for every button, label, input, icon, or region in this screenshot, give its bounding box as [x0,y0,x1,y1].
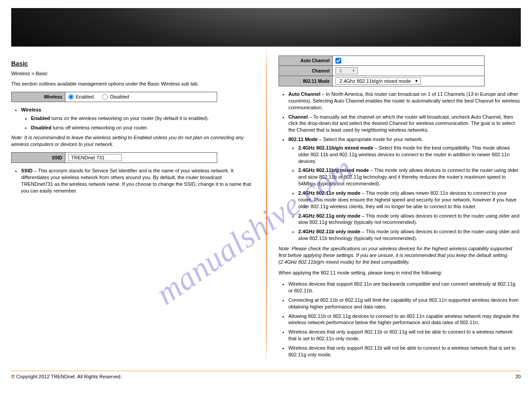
bullet-enabled-b: Enabled [31,116,51,121]
radio-disabled-text: Disabled [110,94,129,99]
mode-bullet-b: 802.11 Mode [288,137,317,142]
footer-page: 20 [515,374,521,379]
chevron-down-icon: ▼ [348,68,356,73]
radio-disabled-input[interactable] [102,94,108,100]
mode-opt-4-b: 2.4GHz 802.11b only mode [298,229,360,234]
footer-divider [11,371,521,371]
wireless-label-cell: Wireless [12,92,65,102]
left-column: Basic Basic Wireless > Basic This sectio… [11,47,266,362]
bullet-disabled-t: turns off wireless networking on your ro… [53,125,148,130]
ssid-bullet-b: SSID [21,168,33,173]
ssid-bullet: SSID – This acronym stands for Service S… [21,167,253,194]
mode-opt-2: 2.4GHz 802.11n only mode – This mode onl… [298,190,521,210]
channel-label: Channel [279,66,333,76]
channel-select[interactable]: 6▼ [335,67,358,74]
channel-bullets: Auto Channel – In North America, this ro… [288,91,521,242]
auto-channel-value [333,56,485,66]
bullet-enabled: Enabled turns on the wireless networking… [31,115,253,122]
cb-1: Connecting at 802.11b or 802.11g will li… [288,297,521,310]
cb-0: Wireless devices that support 802.11n ar… [288,281,521,294]
wireless-bullets: Wireless Enabled turns on the wireless n… [21,107,253,131]
channel-table: Auto Channel Channel 6▼ 802.11 Mode 2.4G… [279,56,485,86]
mode-label: 802.11 Mode [279,76,333,86]
bullet-enabled-t: turns on the wireless networking on your… [51,116,209,121]
wireless-value-cell: Enabled Disabled [65,92,217,102]
mode-bullet: 802.11 Mode – Select the appropriate mod… [288,136,521,242]
mode-opt-1-b: 2.4GHz 802.11b/g mixed mode [298,167,369,173]
basic-intro: This section outlines available manageme… [11,81,253,87]
basic-heading: Basic [11,60,253,67]
top-banner [11,8,521,47]
radio-enabled-input[interactable] [68,94,74,100]
mode-options: 2.4GHz 802.11b/g/n mixed mode – Select t… [298,145,521,242]
auto-channel-checkbox[interactable] [335,58,341,64]
mode-value: 2.4Ghz 802.11b/g/n mixed mode▼ [333,76,485,86]
mode-opt-1: 2.4GHz 802.11b/g mixed mode – This mode … [298,167,521,187]
mode-note: Note: Please check the specifications on… [279,245,521,265]
channel-value: 6▼ [333,66,485,76]
radio-enabled[interactable]: Enabled [68,94,94,99]
mode-select[interactable]: 2.4Ghz 802.11b/g/n mixed mode▼ [335,77,421,85]
channel-bullet-t: – To manually set the channel on which t… [288,114,515,133]
ssid-value-cell: TRENDnet 731 [65,153,217,163]
mode-opt-0-b: 2.4GHz 802.11b/g/n mixed mode [298,145,373,150]
radio-disabled[interactable]: Disabled [102,94,129,99]
closing-para: When applying the 802.11 mode setting, p… [279,270,521,276]
ssid-bullet-t: – This acronym stands for Service Set Id… [21,168,251,193]
bullet-wireless: Wireless Enabled turns on the wireless n… [21,107,253,131]
mode-opt-3-b: 2.4GHz 802.11g only mode [298,213,360,218]
radio-enabled-text: Enabled [76,94,94,99]
mode-opt-0: 2.4GHz 802.11b/g/n mixed mode – Select t… [298,145,521,165]
auto-channel-bullet: Auto Channel – In North America, this ro… [288,91,521,111]
chevron-down-icon: ▼ [411,79,419,83]
wireless-table: Wireless Enabled Disabled [11,92,217,102]
bullet-disabled-b: Disabled [31,125,53,130]
ssid-table: SSID TRENDnet 731 [11,152,217,163]
cb-3: Wireless devices that only support 802.1… [288,329,521,342]
nav-path: Wireless > Basic [11,71,253,76]
ssid-bullets: SSID – This acronym stands for Service S… [21,167,253,194]
mode-opt-3: 2.4GHz 802.11g only mode – This mode onl… [298,213,521,226]
bullet-wireless-bold: Wireless [21,107,41,112]
footer: © Copyright 2012 TRENDnet. All Rights Re… [11,374,521,379]
auto-channel-bullet-t: – In North America, this router can broa… [288,91,520,110]
mode-opt-2-b: 2.4GHz 802.11n only mode [298,190,360,196]
right-column: Auto Channel Channel 6▼ 802.11 Mode 2.4G… [266,47,521,362]
mode-bullet-t: – Select the appropriate mode for your n… [317,137,423,142]
channel-bullet: Channel – To manually set the channel on… [288,114,521,134]
auto-channel-label: Auto Channel [279,56,333,66]
channel-bullet-b: Channel [288,114,308,120]
ssid-input[interactable]: TRENDnet 731 [68,154,122,161]
cb-4: Wireless devices that only support 802.1… [288,345,521,358]
channel-select-text: 6 [339,68,342,73]
mode-select-text: 2.4Ghz 802.11b/g/n mixed mode [339,78,411,84]
wireless-note: Note: It is recommended to leave the wir… [11,134,253,148]
mode-opt-4: 2.4GHz 802.11b only mode – This mode onl… [298,228,521,242]
bullet-disabled: Disabled turns off wireless networking o… [31,124,253,131]
footer-copyright: © Copyright 2012 TRENDnet. All Rights Re… [11,374,122,379]
cb-2: Allowing 802.11b or 802.11g devices to c… [288,313,521,326]
auto-channel-bullet-b: Auto Channel [288,91,321,97]
ssid-label-cell: SSID [12,153,65,163]
closing-bullets: Wireless devices that support 802.11n ar… [288,281,521,358]
